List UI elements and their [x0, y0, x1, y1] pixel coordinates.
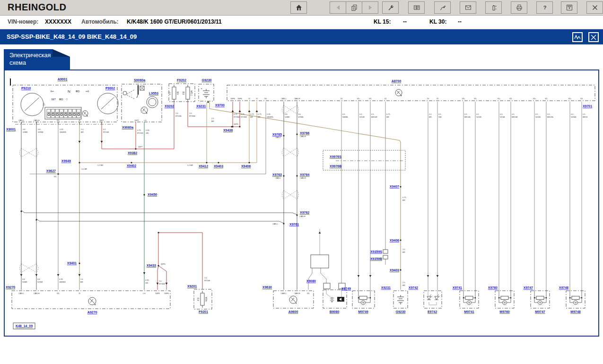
component-link[interactable]: X9231 [381, 286, 391, 289]
component-link[interactable]: G9230 [395, 310, 405, 313]
component-link[interactable]: A9270 [87, 311, 97, 314]
battery-button[interactable] [485, 1, 502, 14]
component-link[interactable]: M9748 [570, 310, 581, 313]
wire-label: 1.0 [175, 112, 178, 114]
component-link[interactable]: X9949 [61, 159, 71, 163]
print-button[interactable] [511, 1, 527, 14]
component-link[interactable]: S9060a [134, 78, 145, 82]
ground-symbol [83, 112, 87, 116]
component-link[interactable]: X9741 [453, 286, 462, 289]
workshop-tools-button[interactable] [382, 1, 399, 14]
minimize-panel-button[interactable] [561, 1, 577, 14]
action-bar: ДокументыПереместитьУвеличитьУменьшитьОб… [0, 337, 603, 364]
connector-plug-button[interactable] [434, 1, 451, 14]
component-link[interactable]: X9433 [147, 264, 156, 267]
component-link[interactable]: X9407 [390, 185, 399, 188]
close-document-icon[interactable] [588, 32, 599, 42]
fuse-body [186, 87, 190, 99]
component-link[interactable]: K48_14_09 [16, 324, 33, 328]
component-link[interactable]: F9202 [177, 78, 186, 82]
component-link[interactable]: X9763 [272, 173, 282, 176]
component-link[interactable]: X9976B [330, 165, 341, 168]
component-link[interactable]: X9762 [300, 211, 309, 214]
component-link[interactable]: M9749 [358, 310, 368, 313]
wire-label: ⇦ [50, 89, 54, 94]
component-link[interactable]: X9001 [6, 128, 16, 131]
component-link[interactable]: X9080 [306, 279, 316, 283]
component-link[interactable]: A9600 [288, 310, 298, 313]
component-link[interactable]: X9403 [390, 269, 399, 272]
component-link[interactable]: X9630 [262, 286, 272, 289]
component-link[interactable]: X9359B [370, 257, 382, 260]
component-link[interactable]: X9406 [390, 239, 399, 242]
operations-list-button[interactable] [346, 1, 362, 14]
wire-label: 0.5 [476, 113, 479, 115]
component-link[interactable]: X9060a [122, 126, 133, 129]
component-box [393, 291, 408, 308]
component-link[interactable]: F9201 [199, 310, 208, 313]
component-link[interactable]: X9382 [128, 151, 137, 155]
wire-arrow [232, 110, 234, 112]
component-link[interactable]: M9741 [464, 310, 474, 313]
component-link[interactable]: X9201 [187, 285, 197, 288]
component-link[interactable]: X9359S [370, 250, 382, 253]
component-link[interactable]: X9438 [223, 129, 233, 132]
component-link[interactable]: P9210 [21, 87, 31, 90]
component-link[interactable]: X9450 [148, 193, 157, 196]
wire-label: ⇨ [86, 89, 89, 94]
component-link[interactable]: X9403 [214, 165, 223, 168]
component-link[interactable]: L9553 [149, 92, 158, 95]
component-link[interactable]: A9001 [58, 78, 68, 81]
forward-icon [367, 4, 374, 11]
junction-dot [510, 297, 512, 299]
component-link[interactable]: M9760 [499, 310, 510, 313]
tab-electrical-schematic[interactable]: Электрическая схема [4, 49, 70, 69]
fuse-body [201, 293, 204, 305]
wire-label: 30FS [155, 292, 160, 295]
mail-button[interactable] [460, 1, 476, 14]
measuring-devices-icon [413, 4, 420, 11]
measuring-devices-button[interactable] [408, 1, 425, 14]
wire-label: BR/VI [583, 116, 587, 118]
wire-label: CAN-L [18, 292, 25, 295]
wire-label: ≣D [75, 90, 80, 93]
component-link[interactable]: B9080 [330, 310, 340, 313]
component-link[interactable]: X9402 [127, 164, 136, 167]
waveform-icon[interactable] [572, 32, 583, 42]
component-link[interactable]: X9202 [165, 104, 174, 108]
component-link[interactable]: X9701 [583, 104, 592, 108]
component-link[interactable]: X9766 [300, 131, 309, 135]
junction-dot [231, 126, 232, 127]
component-link[interactable]: X9627 [46, 169, 56, 173]
component-link[interactable]: X9764 [300, 173, 309, 176]
component-link[interactable]: P9002 [105, 87, 115, 90]
wire-label: 0.6 [298, 113, 301, 115]
component-link[interactable]: X9700 [215, 104, 225, 107]
component-link[interactable]: X9401 [67, 261, 77, 265]
component-link[interactable]: X9761 [289, 223, 299, 226]
home-button[interactable] [290, 1, 307, 14]
component-link[interactable]: G9230 [201, 78, 211, 82]
wire-label: 0.75 [137, 129, 141, 131]
wire [210, 102, 401, 290]
schematic-viewport[interactable]: F74AF87,5AF340A88888888MMMMMCAN-LCAN-HIV… [4, 69, 599, 337]
wire-label: 0.5 [571, 113, 574, 115]
component-link[interactable]: X9742 [409, 286, 418, 289]
help-button[interactable]: ? [536, 1, 553, 14]
component-link[interactable]: X9760 [488, 286, 498, 289]
component-link[interactable]: X9765 [272, 133, 282, 136]
junction-dot [157, 232, 159, 233]
component-link[interactable]: E9742 [428, 310, 437, 313]
close-button[interactable] [586, 1, 603, 14]
wire-arrow [143, 272, 146, 274]
component-link[interactable]: X9231 [196, 104, 206, 108]
component-link[interactable]: X9412 [199, 165, 208, 168]
component-link[interactable]: X9748 [559, 286, 568, 289]
component-link[interactable]: A8700 [392, 79, 402, 83]
component-link[interactable]: X9976S [330, 155, 341, 158]
component-link[interactable]: X9406 [241, 165, 251, 168]
component-link[interactable]: X9747 [524, 286, 533, 289]
component-link[interactable]: X9270 [6, 286, 15, 289]
component-link[interactable]: M9747 [535, 310, 545, 313]
component-link[interactable]: X9749 [341, 287, 351, 290]
